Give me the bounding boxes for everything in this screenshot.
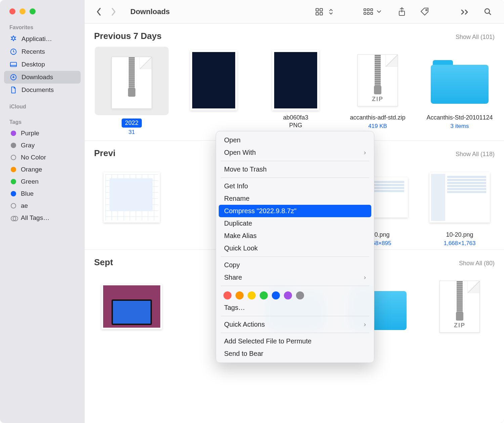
svg-rect-12 <box>371 12 373 14</box>
svg-rect-10 <box>364 12 366 14</box>
tag-color-yellow[interactable] <box>248 291 256 299</box>
file-row: 2022 31 ab060fa3 PNG 0×3,000 ZIP accanth… <box>85 44 504 138</box>
tag-blue[interactable]: Blue <box>4 188 81 200</box>
ctx-tag-colors <box>216 288 374 301</box>
show-all-link[interactable]: Show All (101) <box>456 34 495 41</box>
clock-icon <box>9 48 17 56</box>
document-icon <box>9 86 17 94</box>
ctx-send-to-bear[interactable]: Send to Bear <box>216 347 374 360</box>
ctx-open-with[interactable]: Open With› <box>216 146 374 159</box>
nav-buttons <box>96 7 116 16</box>
ctx-compress[interactable]: Compress "2022.9.8.7z" <box>219 205 371 217</box>
svg-rect-5 <box>316 12 319 15</box>
chevron-down-icon[interactable] <box>376 4 382 19</box>
ctx-quick-look[interactable]: Quick Look <box>216 242 374 254</box>
image-icon <box>429 172 490 223</box>
zoom-window-button[interactable] <box>30 8 36 14</box>
ctx-share[interactable]: Share› <box>216 271 374 284</box>
close-window-button[interactable] <box>9 8 15 14</box>
window-title: Downloads <box>130 7 170 16</box>
tag-orange[interactable]: Orange <box>4 163 81 176</box>
tag-green[interactable]: Green <box>4 176 81 188</box>
sidebar-item-downloads[interactable]: Downloads <box>4 71 81 84</box>
sidebar-item-documents[interactable]: Documents <box>4 84 81 96</box>
file-thumbnail: ZIP <box>347 50 408 110</box>
file-item[interactable]: 2022 31 <box>91 50 173 138</box>
ctx-separator <box>221 161 369 161</box>
ctx-tags[interactable]: Tags… <box>216 301 374 314</box>
ctx-add-to-permute[interactable]: Add Selected File to Permute <box>216 335 374 347</box>
ctx-rename[interactable]: Rename <box>216 192 374 205</box>
zip-icon: ZIP <box>358 54 398 106</box>
tag-color-orange[interactable] <box>236 291 244 299</box>
tag-no-color[interactable]: No Color <box>4 151 81 163</box>
zip-icon: ZIP <box>439 281 480 333</box>
group-title: Previ <box>94 148 116 158</box>
sidebar-item-label: Documents <box>22 86 54 94</box>
applications-icon <box>9 35 17 43</box>
file-item[interactable] <box>91 276 173 337</box>
tag-all-tags[interactable]: All Tags… <box>4 212 81 224</box>
show-all-link[interactable]: Show All (80) <box>459 260 495 267</box>
tag-purple[interactable]: Purple <box>4 127 81 139</box>
tag-label: Gray <box>21 142 35 149</box>
ctx-duplicate[interactable]: Duplicate <box>216 217 374 230</box>
tags-list: Purple Gray No Color Orange Green Blue a… <box>0 127 85 229</box>
favorites-list: Applicati… Recents Desktop Downloads Doc… <box>0 33 85 101</box>
sidebar-item-recents[interactable]: Recents <box>4 45 81 58</box>
tag-color-green[interactable] <box>260 291 268 299</box>
tag-dot-icon <box>11 167 16 172</box>
tag-gray[interactable]: Gray <box>4 139 81 151</box>
ctx-separator <box>221 316 369 316</box>
ctx-make-alias[interactable]: Make Alias <box>216 230 374 242</box>
tag-color-purple[interactable] <box>284 291 292 299</box>
ctx-separator <box>221 178 369 178</box>
file-item[interactable]: ZIP <box>419 276 501 337</box>
tag-color-red[interactable] <box>223 291 232 299</box>
tag-button[interactable] <box>417 4 432 19</box>
ctx-move-to-trash[interactable]: Move to Trash <box>216 163 374 176</box>
view-switch-updown-icon[interactable] <box>327 4 335 19</box>
sidebar-item-label: Desktop <box>22 61 45 68</box>
overflow-button[interactable] <box>458 4 472 19</box>
file-meta: 31 <box>129 129 135 136</box>
ctx-open[interactable]: Open <box>216 134 374 146</box>
desktop-icon <box>9 60 17 68</box>
search-button[interactable] <box>480 4 495 19</box>
back-button[interactable] <box>96 7 101 16</box>
minimize-window-button[interactable] <box>19 8 26 14</box>
folder-icon <box>429 57 490 104</box>
view-icons-button[interactable] <box>312 4 327 19</box>
tag-color-blue[interactable] <box>272 291 280 299</box>
icloud-header: iCloud <box>0 101 85 112</box>
file-item[interactable]: ZIP accanthis-adf-std.zip 419 KB <box>337 50 419 138</box>
group-by-button[interactable] <box>361 4 376 19</box>
ctx-get-info[interactable]: Get Info <box>216 180 374 192</box>
ctx-quick-actions[interactable]: Quick Actions› <box>216 318 374 331</box>
file-thumbnail: ZIP <box>429 276 490 337</box>
image-icon <box>103 172 160 223</box>
file-name: ab060fa3 <box>283 114 308 122</box>
file-item[interactable] <box>173 50 255 138</box>
share-button[interactable] <box>394 4 409 19</box>
file-item[interactable]: Accanthis-Std-20101124 3 items <box>419 50 501 138</box>
tag-color-gray[interactable] <box>296 291 304 299</box>
download-icon <box>9 73 17 81</box>
sidebar-item-label: Applicati… <box>22 35 52 43</box>
sidebar-item-desktop[interactable]: Desktop <box>4 58 81 71</box>
traffic-lights <box>0 5 85 22</box>
file-item[interactable]: ab060fa3 PNG 0×3,000 <box>255 50 337 138</box>
file-meta: 419 KB <box>368 123 387 130</box>
sidebar-item-applications[interactable]: Applicati… <box>4 33 81 45</box>
main-pane: Downloads Previous 7 Days Show All (101) <box>85 0 504 423</box>
show-all-link[interactable]: Show All (118) <box>456 151 495 158</box>
archive-icon <box>112 57 152 109</box>
tag-ae[interactable]: ae <box>4 200 81 212</box>
file-item[interactable] <box>91 167 173 247</box>
context-menu: Open Open With› Move to Trash Get Info R… <box>216 131 374 363</box>
chevron-right-icon: › <box>364 274 366 281</box>
file-item[interactable]: 10-20.png 1,668×1,763 <box>419 167 501 247</box>
forward-button[interactable] <box>111 7 116 16</box>
tag-label: Green <box>21 178 39 185</box>
ctx-copy[interactable]: Copy <box>216 259 374 271</box>
